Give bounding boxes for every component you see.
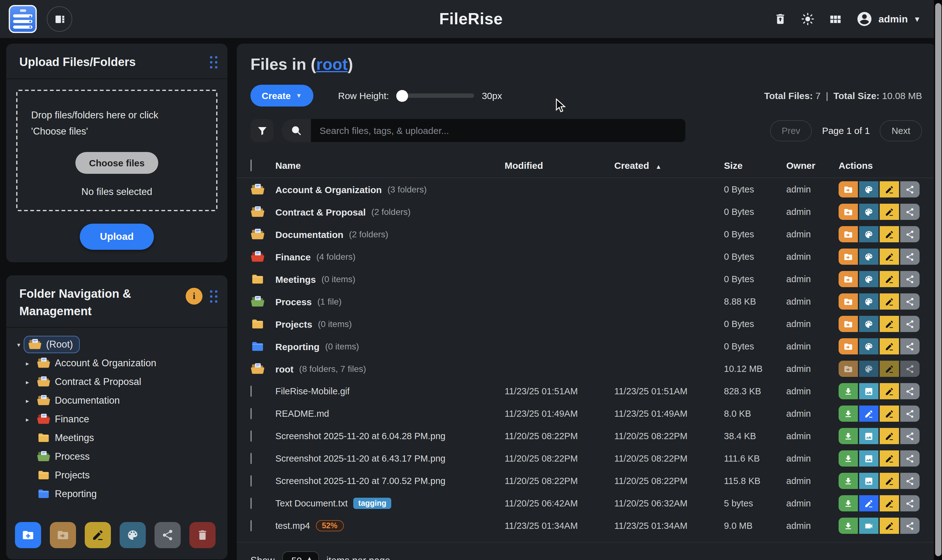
move-folder-button[interactable] xyxy=(839,204,858,220)
items-per-page-select[interactable]: 50 ▲▼ xyxy=(282,551,319,560)
folder-color-button[interactable] xyxy=(120,522,146,548)
row-checkbox[interactable] xyxy=(251,453,252,464)
rename-button[interactable] xyxy=(880,316,899,332)
share-button[interactable] xyxy=(900,428,920,444)
share-folder-button[interactable] xyxy=(154,522,181,548)
preview-image-button[interactable] xyxy=(859,473,879,489)
file-name[interactable]: FileRise-Mobile.gif xyxy=(276,386,350,396)
rename-button[interactable] xyxy=(880,293,899,309)
row-checkbox[interactable] xyxy=(251,408,252,419)
caret-right-icon[interactable]: ▸ xyxy=(22,416,32,423)
download-button[interactable] xyxy=(839,428,858,444)
upload-button[interactable]: Upload xyxy=(80,224,154,250)
folder-color-button[interactable] xyxy=(859,338,879,354)
folder-row[interactable]: root(8 folders, 7 files)10.12 MBadmin xyxy=(237,358,936,380)
folder-name[interactable]: Account & Organization xyxy=(276,184,382,195)
file-name[interactable]: Text Document.txt xyxy=(276,498,348,508)
folder-name[interactable]: Documentation xyxy=(276,229,343,240)
search-input[interactable] xyxy=(311,119,685,142)
folder-row[interactable]: Projects(0 items)0 Bytesadmin xyxy=(237,313,936,335)
preview-image-button[interactable] xyxy=(859,428,879,444)
column-header-modified[interactable]: Modified xyxy=(505,160,614,171)
move-folder-button[interactable] xyxy=(839,361,858,377)
folder-color-button[interactable] xyxy=(859,361,879,377)
file-row[interactable]: Screenshot 2025-11-20 at 7.00.52 PM.png1… xyxy=(237,470,936,492)
folder-color-button[interactable] xyxy=(859,293,879,309)
caret-right-icon[interactable]: ▸ xyxy=(22,360,32,367)
row-checkbox[interactable] xyxy=(251,498,252,509)
folder-row[interactable]: Contract & Proposal(2 folders)0 Bytesadm… xyxy=(237,201,936,223)
download-button[interactable] xyxy=(839,383,858,399)
folder-color-button[interactable] xyxy=(859,204,879,220)
move-folder-button[interactable] xyxy=(839,271,858,287)
filerise-logo-icon[interactable] xyxy=(9,5,37,33)
tree-item-account-organization[interactable]: ▸Account & Organization xyxy=(14,354,221,373)
download-button[interactable] xyxy=(839,495,858,511)
column-header-created[interactable]: Created ▲ xyxy=(614,160,724,171)
folder-color-button[interactable] xyxy=(859,249,879,265)
edit-file-button[interactable] xyxy=(859,406,879,422)
file-row[interactable]: README.md11/23/25 01:49AM11/23/25 01:49A… xyxy=(237,402,936,425)
folder-row[interactable]: Account & Organization(3 folders)0 Bytes… xyxy=(237,178,936,201)
folder-name[interactable]: Projects xyxy=(276,318,312,329)
create-button[interactable]: Create ▼ xyxy=(251,85,313,106)
share-button[interactable] xyxy=(900,361,920,377)
share-button[interactable] xyxy=(900,383,920,399)
download-button[interactable] xyxy=(839,450,858,466)
share-button[interactable] xyxy=(900,204,920,220)
folder-row[interactable]: Reporting(0 items)0 Bytesadmin xyxy=(237,335,936,358)
delete-folder-button[interactable] xyxy=(189,522,215,548)
download-button[interactable] xyxy=(839,406,858,422)
scrollbar-thumb[interactable] xyxy=(935,3,941,556)
share-button[interactable] xyxy=(900,316,920,332)
tree-item-projects[interactable]: Projects xyxy=(14,466,221,485)
folder-name[interactable]: Reporting xyxy=(276,341,320,352)
info-button[interactable]: i xyxy=(186,288,203,305)
file-name[interactable]: Screenshot 2025-11-20 at 6.43.17 PM.png xyxy=(276,454,445,463)
folder-color-button[interactable] xyxy=(859,226,879,242)
rename-button[interactable] xyxy=(880,495,899,511)
file-row[interactable]: Screenshot 2025-11-20 at 6.43.17 PM.png1… xyxy=(237,447,936,470)
rename-button[interactable] xyxy=(880,406,899,422)
file-row[interactable]: test.mp452%11/23/25 01:34AM11/23/25 01:3… xyxy=(237,514,936,537)
rename-button[interactable] xyxy=(880,473,899,489)
move-folder-button[interactable] xyxy=(50,522,76,548)
apps-grid-button[interactable] xyxy=(829,12,842,26)
share-button[interactable] xyxy=(900,338,920,354)
download-button[interactable] xyxy=(839,518,858,534)
user-menu[interactable]: admin ▼ xyxy=(856,11,921,28)
tree-item-finance[interactable]: ▸Finance xyxy=(14,410,221,429)
share-button[interactable] xyxy=(900,226,920,242)
download-button[interactable] xyxy=(839,473,858,489)
rename-button[interactable] xyxy=(880,428,899,444)
panel-toggle-button[interactable] xyxy=(47,6,72,32)
rename-button[interactable] xyxy=(880,226,899,242)
move-folder-button[interactable] xyxy=(839,226,858,242)
preview-video-button[interactable] xyxy=(859,518,879,534)
rename-folder-button[interactable] xyxy=(85,522,111,548)
filter-button[interactable] xyxy=(251,119,274,142)
row-height-slider[interactable] xyxy=(397,94,474,98)
move-folder-button[interactable] xyxy=(839,293,858,309)
rename-button[interactable] xyxy=(880,361,899,377)
folder-row[interactable]: Meetings(0 items)0 Bytesadmin xyxy=(237,268,936,290)
rename-button[interactable] xyxy=(880,181,899,197)
prev-page-button[interactable]: Prev xyxy=(770,120,812,141)
rename-button[interactable] xyxy=(880,271,899,287)
row-checkbox[interactable] xyxy=(251,386,252,397)
file-name[interactable]: Screenshot 2025-11-20 at 6.04.28 PM.png xyxy=(276,431,445,441)
move-folder-button[interactable] xyxy=(839,181,858,197)
rename-button[interactable] xyxy=(880,383,899,399)
rename-button[interactable] xyxy=(880,204,899,220)
caret-right-icon[interactable]: ▸ xyxy=(22,379,32,386)
caret-right-icon[interactable]: ▸ xyxy=(22,397,32,404)
folder-name[interactable]: Contract & Proposal xyxy=(276,206,366,217)
drag-handle-icon[interactable] xyxy=(210,56,217,69)
file-name[interactable]: test.mp4 xyxy=(276,521,310,531)
caret-down-icon[interactable]: ▾ xyxy=(14,342,24,348)
edit-file-button[interactable] xyxy=(859,495,879,511)
tree-item-contract-proposal[interactable]: ▸Contract & Proposal xyxy=(14,373,221,391)
dropzone[interactable]: Drop files/folders here or click 'Choose… xyxy=(16,89,217,211)
row-checkbox[interactable] xyxy=(251,475,252,486)
folder-color-button[interactable] xyxy=(859,271,879,287)
